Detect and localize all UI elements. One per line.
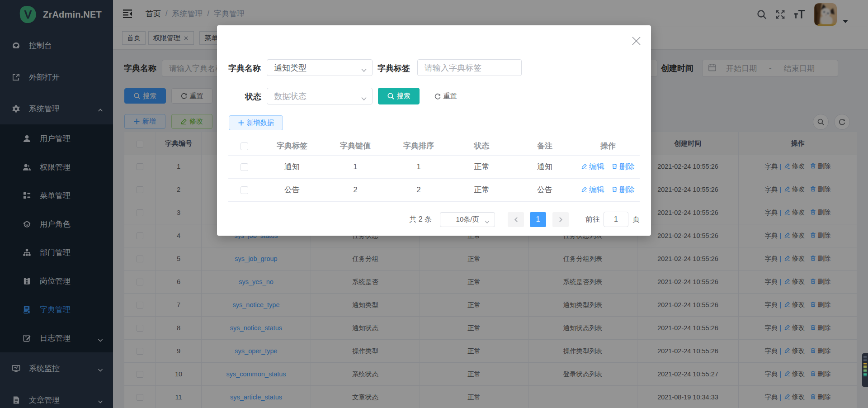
dialog-row-checkbox-cell[interactable]: [228, 178, 260, 201]
dict-value-cell: 1: [324, 155, 387, 178]
pagination-page-size-select[interactable]: 10条/页: [440, 212, 495, 227]
dict-sort-cell: 2: [387, 178, 450, 201]
chevron-down-icon: [361, 66, 367, 70]
edge-widget-stripe: [863, 365, 867, 365]
dialog-dict-tag-label: 字典标签: [377, 63, 410, 74]
edge-widget-grip-line: [863, 357, 867, 358]
chevron-down-icon: [361, 95, 367, 99]
refresh-icon: [434, 93, 441, 100]
edge-widget-stripe: [863, 373, 867, 374]
edge-widget-stripe: [863, 363, 867, 364]
delete-link[interactable]: 删除: [612, 161, 635, 172]
dict-data-table: 字典标签字典键值字典排序状态备注操作通知11正常通知编辑删除公告22正常公告编辑…: [228, 137, 640, 202]
ops-cell: 编辑删除: [576, 178, 640, 201]
dialog-dict-name-select[interactable]: 通知类型: [267, 59, 373, 76]
dialog-dict-name-label: 字典名称: [228, 63, 261, 74]
chevron-down-icon: [485, 218, 490, 222]
trash-icon: [612, 162, 619, 171]
edit-link[interactable]: 编辑: [581, 185, 604, 195]
pagination-page-unit: 页: [632, 215, 640, 224]
dialog-status-label: 状态: [228, 91, 261, 102]
delete-link[interactable]: 删除: [612, 185, 635, 195]
pagination-total: 共 2 条: [409, 215, 432, 224]
dialog-dict-tag-input[interactable]: 请输入字典标签: [417, 59, 522, 76]
dialog-table-header-cell: 字典标签: [260, 137, 324, 155]
dialog-select-all-checkbox[interactable]: [241, 142, 248, 150]
remark-cell: 通知: [513, 155, 576, 178]
dict-sort-cell: 1: [387, 155, 450, 178]
remark-cell: 公告: [513, 178, 576, 201]
pagination-goto-input[interactable]: 1: [604, 212, 628, 227]
dialog-close-icon[interactable]: [632, 36, 641, 46]
dict-label-cell: 公告: [260, 178, 324, 201]
edge-widget-grip-line: [863, 356, 867, 357]
edge-widget-stripe: [863, 366, 867, 367]
dialog-table-header-cell: 操作: [576, 137, 640, 155]
edge-widget-grip-line: [863, 359, 867, 360]
dialog-table-header-cell: 字典排序: [387, 137, 450, 155]
dialog-table-header-cell: 状态: [450, 137, 513, 155]
edge-widget-stripe: [863, 375, 867, 376]
dialog-row-checkbox-cell[interactable]: [228, 155, 260, 178]
search-icon: [387, 93, 394, 100]
dialog-pagination: 共 2 条 10条/页 1 前往 1 页: [217, 212, 640, 227]
pagination-goto-label: 前往: [585, 215, 600, 224]
dialog-reset-button[interactable]: 重置: [425, 88, 466, 104]
edit-pencil-icon: [581, 185, 589, 195]
ops-cell: 编辑删除: [576, 155, 640, 178]
dialog-table-header-cell: 备注: [513, 137, 576, 155]
dict-value-cell: 2: [324, 178, 387, 201]
dialog-table-row: 公告22正常公告编辑删除: [228, 178, 640, 201]
pagination-current-page[interactable]: 1: [530, 212, 546, 227]
pagination-prev-icon[interactable]: [508, 212, 524, 227]
pagination-next-icon[interactable]: [552, 212, 569, 227]
dialog-table-row: 通知11正常通知编辑删除: [228, 155, 640, 178]
status-cell: 正常: [450, 178, 513, 201]
dialog-status-select[interactable]: 数据状态: [267, 88, 373, 104]
trash-icon: [612, 185, 619, 195]
dialog-search-button[interactable]: 搜索: [378, 88, 420, 104]
edit-link[interactable]: 编辑: [581, 161, 604, 172]
edit-pencil-icon: [581, 162, 589, 171]
dict-label-cell: 通知: [260, 155, 324, 178]
edge-widget-stripe: [863, 370, 867, 371]
edge-widget-stripe: [863, 369, 867, 370]
edge-widget-stripe: [863, 374, 867, 375]
plus-icon: [238, 120, 244, 126]
dialog-row-checkbox[interactable]: [241, 186, 248, 194]
edge-widget-stripe: [863, 367, 867, 368]
edge-widget-grip-line: [863, 360, 867, 361]
dialog-add-data-button[interactable]: 新增数据: [229, 115, 283, 130]
dialog-table-header-cell: 字典键值: [324, 137, 387, 155]
dialog-table-header-cell[interactable]: [228, 137, 260, 155]
status-cell: 正常: [450, 155, 513, 178]
dialog-row-checkbox[interactable]: [241, 163, 248, 171]
dict-data-dialog: 字典名称 通知类型 字典标签 请输入字典标签 状态 数据状态 搜索 重置 新增数…: [217, 25, 651, 236]
edge-widget-stripe: [863, 371, 867, 372]
edge-widget[interactable]: [862, 353, 868, 387]
